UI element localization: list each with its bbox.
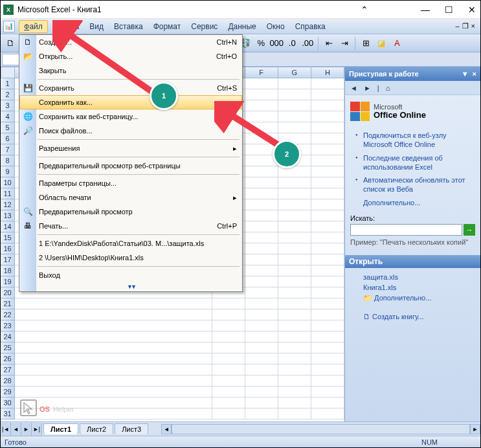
cell[interactable] xyxy=(245,188,278,199)
search-go-button[interactable]: → xyxy=(464,224,475,236)
cell[interactable] xyxy=(245,298,278,309)
cell[interactable] xyxy=(212,409,245,420)
cell[interactable] xyxy=(245,287,278,298)
row-header[interactable]: 19 xyxy=(1,276,15,287)
cell[interactable] xyxy=(311,144,344,155)
cell[interactable] xyxy=(311,409,344,420)
comma-icon[interactable]: 000 xyxy=(269,36,284,50)
cell[interactable] xyxy=(278,276,311,287)
cell[interactable] xyxy=(278,100,311,111)
increase-indent-icon[interactable]: ⇥ xyxy=(337,36,352,50)
cell[interactable] xyxy=(311,287,344,298)
cell[interactable] xyxy=(311,111,344,122)
cell[interactable] xyxy=(311,265,344,276)
scroll-right-icon[interactable]: ► xyxy=(470,424,480,434)
cell[interactable] xyxy=(311,78,344,89)
link-news[interactable]: Последние сведения об использовании Exce… xyxy=(355,151,475,174)
menu-item-exit[interactable]: Выход xyxy=(19,268,242,282)
cell[interactable] xyxy=(245,78,278,89)
row-header[interactable]: 8 xyxy=(1,155,15,166)
close-button[interactable]: ✕ xyxy=(466,5,478,15)
cell[interactable] xyxy=(311,210,344,221)
row-header[interactable]: 16 xyxy=(1,243,15,254)
cell[interactable] xyxy=(311,331,344,342)
tab-prev-icon[interactable]: ◄ xyxy=(11,423,21,436)
minimize-button[interactable]: — xyxy=(419,5,431,15)
row-header[interactable]: 2 xyxy=(1,89,15,100)
row-header[interactable]: 28 xyxy=(1,375,15,386)
more-files[interactable]: 📁 Дополнительно... xyxy=(350,293,475,304)
menu-item-file-search[interactable]: 🔎Поиск файлов... xyxy=(19,124,242,138)
cell[interactable] xyxy=(278,111,311,122)
cell[interactable] xyxy=(212,398,245,409)
row-header[interactable]: 24 xyxy=(1,331,15,342)
col-G[interactable]: G xyxy=(278,67,311,78)
cell[interactable] xyxy=(245,265,278,276)
nav-home-icon[interactable]: ⌂ xyxy=(383,83,393,93)
cell[interactable] xyxy=(278,320,311,331)
cell[interactable] xyxy=(311,276,344,287)
cell[interactable] xyxy=(278,166,311,177)
cell[interactable] xyxy=(212,342,245,353)
cell[interactable] xyxy=(311,89,344,100)
row-header[interactable]: 26 xyxy=(1,353,15,364)
nav-back-icon[interactable]: ◄ xyxy=(348,83,360,93)
cell[interactable] xyxy=(311,177,344,188)
cell[interactable] xyxy=(212,298,245,309)
ribbon-toggle-icon[interactable]: ⌃ xyxy=(359,5,370,15)
row-header[interactable]: 11 xyxy=(1,188,15,199)
tab-next-icon[interactable]: ► xyxy=(21,423,32,436)
cell[interactable] xyxy=(212,375,245,386)
cell[interactable] xyxy=(311,309,344,320)
menu-item-recent-2[interactable]: 2 \Users\HIM\Desktop\Книга1.xls xyxy=(19,251,242,265)
search-input[interactable] xyxy=(350,224,462,236)
cell[interactable] xyxy=(245,364,278,375)
cell[interactable] xyxy=(245,177,278,188)
cell[interactable] xyxy=(245,210,278,221)
sheet-tab-2[interactable]: Лист2 xyxy=(80,423,113,434)
cell[interactable] xyxy=(278,243,311,254)
horizontal-scrollbar[interactable]: ◄ ► xyxy=(161,424,480,434)
cell[interactable] xyxy=(278,78,311,89)
cell[interactable] xyxy=(245,320,278,331)
taskpane-dropdown-icon[interactable]: ▼ xyxy=(462,70,469,78)
mdi-restore-button[interactable]: ❐ xyxy=(462,22,469,30)
mdi-close-button[interactable]: × xyxy=(471,22,475,30)
row-header[interactable]: 12 xyxy=(1,199,15,210)
cell[interactable] xyxy=(311,122,344,133)
row-header[interactable]: 6 xyxy=(1,133,15,144)
cell[interactable] xyxy=(212,331,245,342)
cell[interactable] xyxy=(278,398,311,409)
cell[interactable] xyxy=(278,188,311,199)
cell[interactable] xyxy=(311,188,344,199)
row-header[interactable]: 23 xyxy=(1,320,15,331)
cell[interactable] xyxy=(245,100,278,111)
cell[interactable] xyxy=(245,398,278,409)
row-header[interactable]: 3 xyxy=(1,100,15,111)
tab-first-icon[interactable]: |◄ xyxy=(1,423,11,436)
row-header[interactable]: 18 xyxy=(1,265,15,276)
app-icon[interactable]: 📊 xyxy=(3,21,15,32)
cell[interactable] xyxy=(278,232,311,243)
cell[interactable] xyxy=(245,221,278,232)
link-connect[interactable]: Подключиться к веб-узлу Microsoft Office… xyxy=(355,129,475,151)
menu-item-print[interactable]: 🖶Печать...Ctrl+P xyxy=(19,219,242,233)
menu-data[interactable]: Данные xyxy=(223,20,261,33)
menu-item-save-web[interactable]: 🌐Сохранить как веб-страницу... xyxy=(19,109,242,124)
cell[interactable] xyxy=(278,353,311,364)
cell[interactable] xyxy=(311,133,344,144)
cell[interactable] xyxy=(278,199,311,210)
cell[interactable] xyxy=(245,309,278,320)
cell[interactable] xyxy=(212,386,245,398)
row-header[interactable]: 7 xyxy=(1,144,15,155)
recent-file-1[interactable]: защита.xls xyxy=(350,272,475,282)
cell[interactable] xyxy=(311,243,344,254)
cell[interactable] xyxy=(245,166,278,177)
menu-tools[interactable]: Сервис xyxy=(186,20,223,33)
cell[interactable] xyxy=(278,375,311,386)
menu-item-save[interactable]: 💾СохранитьCtrl+S xyxy=(19,81,242,95)
col-H[interactable]: H xyxy=(311,67,344,78)
cell[interactable] xyxy=(278,177,311,188)
row-header[interactable]: 17 xyxy=(1,254,15,265)
taskpane-close-icon[interactable]: × xyxy=(473,70,476,78)
